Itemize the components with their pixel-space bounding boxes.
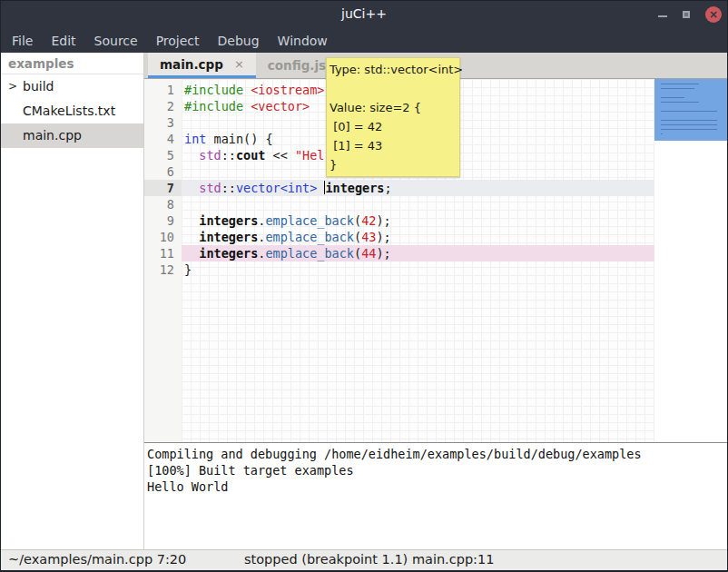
line-number[interactable]: 11 (144, 245, 182, 261)
file-tree-sidebar: examples >buildCMakeLists.txtmain.cpp (1, 53, 144, 549)
code-token: int (184, 132, 206, 146)
status-debug-state: stopped (breakpoint 1.1) main.cpp:11 (244, 552, 494, 567)
project-name: examples (1, 53, 143, 74)
menu-item-file[interactable]: File (3, 30, 42, 52)
close-icon[interactable]: × (705, 6, 722, 23)
menu-bar: FileEditSourceProjectDebugWindow (1, 28, 727, 53)
chevron-right-icon[interactable]: > (8, 74, 17, 99)
minimap-code-line (661, 97, 684, 98)
minimap-code-line (661, 111, 717, 112)
code-token: integers (199, 230, 258, 244)
tooltip-line: [0] = 42 (330, 117, 457, 136)
code-token: std (199, 181, 221, 195)
menu-item-window[interactable]: Window (269, 30, 337, 52)
line-number[interactable]: 10 (144, 229, 182, 245)
code-text: std::vector<int> integers; (182, 180, 654, 196)
sidebar-item-build[interactable]: >build (1, 74, 143, 99)
code-line[interactable]: 12} (144, 261, 654, 278)
line-number[interactable]: 4 (144, 131, 182, 147)
output-line: Hello World (147, 478, 727, 495)
code-token: vector<int> (236, 181, 317, 195)
code-token (317, 181, 324, 195)
code-token: integers (199, 246, 258, 261)
tooltip-line: Value: size=2 { (330, 98, 457, 117)
output-line: [100%] Built target examples (147, 462, 727, 478)
tree-item-label: CMakeLists.txt (23, 99, 115, 123)
line-number[interactable]: 8 (144, 196, 182, 212)
file-tree: >buildCMakeLists.txtmain.cpp (1, 74, 143, 148)
code-text: integers.emplace_back(44); (182, 245, 654, 261)
tooltip-line (330, 79, 457, 98)
minimap-code-line (661, 102, 699, 103)
code-token: emplace_back (265, 230, 354, 244)
code-token (184, 246, 199, 261)
code-token (184, 181, 199, 195)
code-token (184, 148, 199, 163)
code-token (243, 99, 251, 113)
output-line: Compiling and debugging /home/eidheim/ex… (147, 446, 727, 462)
build-output-panel[interactable]: Compiling and debugging /home/eidheim/ex… (144, 442, 727, 549)
sidebar-item-cmakelists-txt[interactable]: CMakeLists.txt (1, 99, 143, 123)
close-tab-icon[interactable]: × (234, 57, 244, 71)
code-token: main() { (206, 132, 272, 146)
tree-item-label: main.cpp (23, 123, 82, 148)
line-number[interactable]: 9 (144, 212, 182, 229)
code-token: ); (376, 230, 390, 244)
tooltip-line: Type: std::vector<int> (330, 60, 457, 79)
overview-map[interactable] (654, 79, 727, 442)
code-token: #include (184, 83, 243, 97)
line-number[interactable]: 12 (144, 261, 182, 278)
code-token: integers (199, 213, 258, 228)
code-token: ( (354, 213, 361, 228)
window-title: juCi++ (1, 6, 727, 21)
code-token: ); (376, 246, 390, 261)
code-text (182, 196, 654, 212)
tooltip-line: } (330, 155, 457, 174)
menu-item-edit[interactable]: Edit (42, 30, 84, 52)
code-token: << (265, 148, 295, 163)
code-token: emplace_back (265, 246, 354, 261)
code-text: integers.emplace_back(42); (182, 212, 654, 229)
code-token: 43 (361, 230, 376, 244)
line-number[interactable]: 3 (144, 114, 182, 131)
tab-main-cpp[interactable]: main.cpp× (148, 53, 256, 78)
line-number[interactable]: 6 (144, 163, 182, 180)
code-text: } (182, 261, 654, 278)
code-token: ( (354, 230, 361, 244)
code-line[interactable]: 9 integers.emplace_back(42); (144, 212, 654, 229)
code-token: ; (385, 181, 392, 195)
menu-item-project[interactable]: Project (147, 30, 209, 52)
minimap-code-line (661, 84, 699, 84)
line-number[interactable]: 2 (144, 98, 182, 114)
window-controls: × (658, 1, 722, 28)
minimize-icon[interactable] (658, 15, 667, 17)
code-token: integers (325, 181, 384, 195)
code-token: ( (354, 246, 361, 261)
status-file-position: ~/examples/main.cpp 7:20 (8, 552, 186, 567)
code-text: integers.emplace_back(43); (182, 229, 654, 245)
code-line[interactable]: 11 integers.emplace_back(44); (144, 245, 654, 261)
title-bar[interactable]: juCi++ × (1, 1, 727, 28)
restore-icon[interactable] (683, 11, 690, 18)
code-line[interactable]: 10 integers.emplace_back(43); (144, 229, 654, 245)
code-line[interactable]: 8 (144, 196, 654, 212)
code-token (243, 83, 251, 97)
sidebar-item-main-cpp[interactable]: main.cpp (1, 123, 143, 148)
line-number[interactable]: 7 (144, 180, 182, 196)
tree-item-label: build (23, 74, 54, 99)
debug-value-tooltip: Type: std::vector<int>Value: size=2 { [0… (326, 57, 460, 177)
code-token: <iostream> (251, 83, 324, 97)
menu-item-debug[interactable]: Debug (209, 30, 269, 52)
code-token: <vector> (251, 99, 310, 113)
minimap-code-line (661, 124, 717, 125)
line-number[interactable]: 1 (144, 82, 182, 98)
code-token: :: (221, 181, 236, 195)
code-token: 44 (361, 246, 376, 261)
minimap-code-line (661, 133, 663, 134)
code-line[interactable]: 7 std::vector<int> integers; (144, 180, 654, 196)
line-number[interactable]: 5 (144, 147, 182, 163)
overview-map-slider[interactable] (654, 79, 727, 141)
minimap-code-line (661, 120, 717, 121)
code-token: ); (376, 213, 390, 228)
menu-item-source[interactable]: Source (85, 30, 147, 52)
